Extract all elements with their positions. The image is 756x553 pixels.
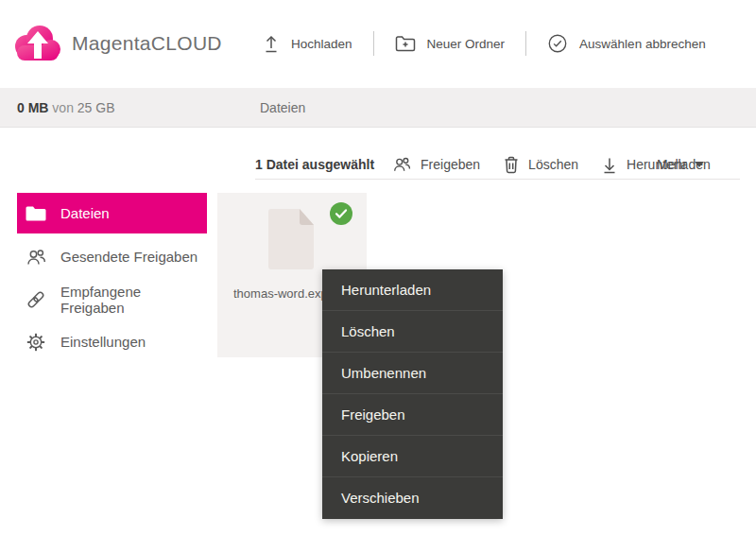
sidebar-item-empfangene-freigaben[interactable]: Empfangene Freigaben: [17, 278, 207, 320]
share-people-icon: [391, 155, 412, 174]
sidebar-item-einstellungen[interactable]: Einstellungen: [17, 320, 207, 363]
delete-button[interactable]: Löschen: [503, 155, 578, 174]
context-menu-item-verschieben[interactable]: Verschieben: [322, 477, 503, 519]
new-folder-button[interactable]: Neuer Ordner: [395, 34, 506, 53]
upload-icon: [263, 34, 280, 53]
folder-plus-icon: [395, 34, 416, 53]
file-name: thomas-word.exp: [233, 286, 328, 301]
header-separator: [373, 31, 374, 56]
document-file-icon: [266, 208, 316, 270]
sidebar-item-dateien[interactable]: Dateien: [17, 193, 207, 233]
storage-used: 0 MB: [17, 100, 48, 115]
delete-label: Löschen: [528, 157, 578, 172]
share-label: Freigeben: [421, 157, 480, 172]
new-folder-label: Neuer Ordner: [427, 37, 506, 51]
context-menu-item-freigeben[interactable]: Freigeben: [322, 394, 503, 436]
cancel-selection-label: Auswählen abbrechen: [579, 37, 706, 51]
brand-title: MagentaCLOUD: [72, 32, 222, 55]
header-separator: [525, 31, 526, 56]
storage-total: 25 GB: [77, 100, 115, 115]
storage-usage: 0 MB von 25 GB: [17, 88, 115, 128]
selection-status: 1 Datei ausgewählt: [255, 157, 374, 172]
folder-icon: [25, 202, 47, 225]
share-button[interactable]: Freigeben: [391, 155, 480, 174]
sidebar-nav: Dateien Gesendete Freigaben: [17, 193, 207, 363]
magentacloud-cloud-logo-icon[interactable]: [9, 21, 64, 68]
context-menu-item-umbenennen[interactable]: Umbenennen: [322, 353, 503, 394]
more-button[interactable]: Mehr: [657, 149, 704, 180]
link-icon: [25, 288, 47, 311]
upload-button[interactable]: Hochladen: [263, 34, 352, 53]
breadcrumb: Dateien: [260, 88, 305, 128]
storage-separator: von: [52, 100, 74, 115]
chevron-down-icon: [695, 162, 704, 167]
header-actions: Hochladen Neuer Ordner: [263, 28, 706, 59]
people-icon: [25, 246, 47, 268]
sidebar-item-label: Einstellungen: [60, 334, 146, 350]
check-circle-icon: [547, 33, 568, 54]
app-header: MagentaCLOUD Hochladen Neuer: [0, 0, 756, 88]
context-menu-item-loeschen[interactable]: Löschen: [322, 311, 503, 353]
magentacloud-app: MagentaCLOUD Hochladen Neuer: [0, 0, 756, 553]
usage-bar: 0 MB von 25 GB Dateien: [0, 88, 756, 128]
upload-label: Hochladen: [291, 37, 352, 51]
sidebar-item-label: Empfangene Freigaben: [60, 284, 207, 316]
context-menu-item-kopieren[interactable]: Kopieren: [322, 436, 503, 477]
gear-icon: [25, 331, 47, 354]
file-context-menu: Herunterladen Löschen Umbenennen Freigeb…: [322, 269, 503, 519]
toolbar-divider: [255, 179, 740, 180]
sidebar-item-label: Gesendete Freigaben: [60, 249, 198, 265]
sidebar-item-label: Dateien: [60, 205, 110, 221]
download-icon: [601, 155, 618, 174]
trash-icon: [503, 155, 520, 174]
selected-check-icon[interactable]: [330, 202, 352, 225]
more-label: Mehr: [657, 157, 687, 172]
context-menu-item-herunterladen[interactable]: Herunterladen: [322, 269, 503, 311]
cancel-selection-button[interactable]: Auswählen abbrechen: [547, 33, 706, 54]
sidebar-item-gesendete-freigaben[interactable]: Gesendete Freigaben: [17, 235, 207, 278]
